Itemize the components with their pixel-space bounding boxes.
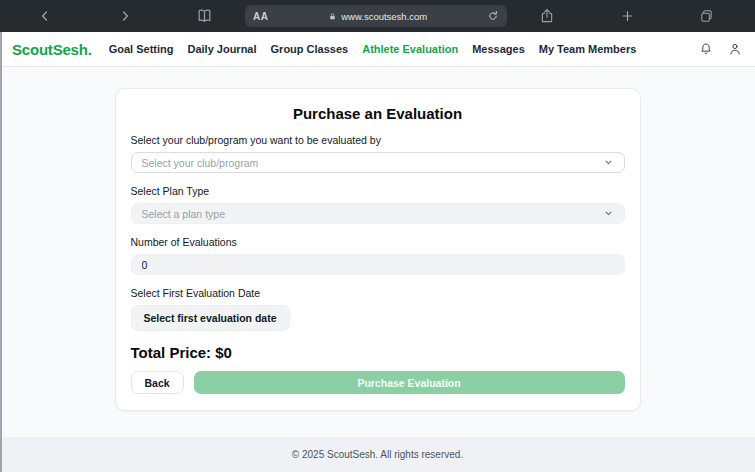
plan-select-placeholder: Select a plan type: [142, 208, 603, 220]
page-body: Purchase an Evaluation Select your club/…: [0, 67, 755, 437]
back-button[interactable]: Back: [131, 371, 184, 394]
share-icon[interactable]: [539, 8, 555, 24]
address-bar[interactable]: AA www.scoutsesh.com: [245, 5, 507, 27]
new-tab-icon[interactable]: [620, 9, 635, 24]
nav-item-messages[interactable]: Messages: [472, 43, 525, 55]
bell-icon[interactable]: [698, 41, 714, 57]
copyright-text: © 2025 ScoutSesh. All rights reserved.: [292, 449, 463, 460]
nav-item-goal-setting[interactable]: Goal Setting: [109, 43, 174, 55]
club-select-placeholder: Select your club/program: [142, 157, 603, 169]
site-navbar: ScoutSesh. Goal Setting Daily Journal Gr…: [0, 32, 755, 67]
browser-toolbar: AA www.scoutsesh.com: [0, 0, 755, 32]
url-text: www.scoutsesh.com: [341, 11, 427, 22]
nav-item-athlete-evaluation[interactable]: Athlete Evaluation: [362, 43, 458, 55]
select-date-button[interactable]: Select first evaluation date: [131, 305, 290, 331]
chevron-down-icon: [603, 208, 614, 219]
plan-select[interactable]: Select a plan type: [131, 203, 625, 224]
forward-icon[interactable]: [118, 9, 132, 23]
nav-item-group-classes[interactable]: Group Classes: [271, 43, 349, 55]
scoutsesh-logo[interactable]: ScoutSesh.: [12, 41, 92, 58]
nav-item-my-team-members[interactable]: My Team Members: [539, 43, 637, 55]
page-title: Purchase an Evaluation: [131, 105, 625, 122]
url-display[interactable]: www.scoutsesh.com: [268, 11, 487, 22]
window-left-edge: [0, 32, 2, 472]
action-buttons: Back Purchase Evaluation: [131, 371, 625, 394]
club-select-label: Select your club/program you want to be …: [131, 134, 625, 146]
back-icon[interactable]: [38, 9, 52, 23]
club-select[interactable]: Select your club/program: [131, 152, 625, 173]
profile-icon[interactable]: [727, 41, 743, 57]
evaluations-count-input[interactable]: [131, 254, 625, 275]
evaluations-count-label: Number of Evaluations: [131, 236, 625, 248]
purchase-evaluation-button[interactable]: Purchase Evaluation: [194, 371, 625, 394]
first-evaluation-date-label: Select First Evaluation Date: [131, 287, 625, 299]
nav-item-daily-journal[interactable]: Daily Journal: [187, 43, 256, 55]
chevron-down-icon: [603, 157, 614, 168]
bookmarks-icon[interactable]: [196, 8, 213, 25]
reload-icon[interactable]: [487, 10, 499, 22]
reader-mode-button[interactable]: AA: [253, 11, 268, 22]
tabs-icon[interactable]: [699, 9, 714, 24]
total-price: Total Price: $0: [131, 344, 625, 361]
site-footer: © 2025 ScoutSesh. All rights reserved.: [0, 437, 755, 472]
lock-icon: [328, 12, 337, 21]
plan-select-label: Select Plan Type: [131, 185, 625, 197]
purchase-evaluation-card: Purchase an Evaluation Select your club/…: [115, 88, 641, 411]
